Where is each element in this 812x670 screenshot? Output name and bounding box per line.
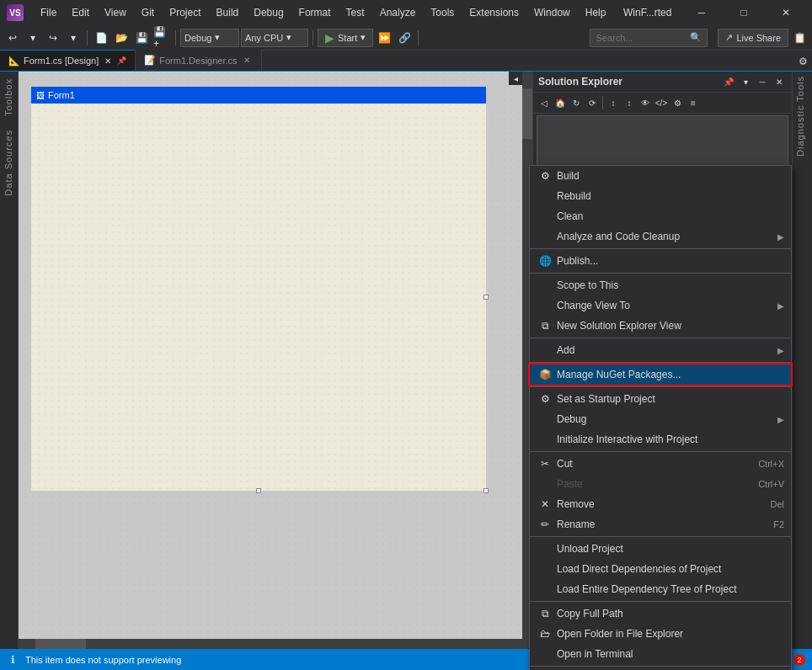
panel-close-button[interactable]: ✕ <box>772 74 787 89</box>
se-filter-button[interactable]: ≡ <box>686 95 701 110</box>
ctx-sep6 <box>530 451 791 452</box>
undo-dropdown[interactable]: ▾ <box>24 29 42 47</box>
toolbox-label[interactable]: Toolbox <box>0 72 18 123</box>
tab-close-designer[interactable]: ✕ <box>241 55 253 66</box>
paste-shortcut: Ctrl+V <box>758 479 784 489</box>
menu-view[interactable]: View <box>98 5 133 20</box>
se-home-button[interactable]: 🏠 <box>553 95 568 110</box>
save-button[interactable]: 💾 <box>132 29 151 47</box>
undo-button[interactable]: ↩ <box>3 29 22 47</box>
ctx-unload[interactable]: Unload Project <box>530 539 791 559</box>
ctx-sep5 <box>530 386 791 387</box>
se-collapse-button[interactable]: ↕ <box>622 95 637 110</box>
se-refresh-button[interactable]: ↻ <box>569 95 584 110</box>
menu-git[interactable]: Git <box>135 5 161 20</box>
redo-dropdown[interactable]: ▾ <box>64 29 83 47</box>
menu-tools[interactable]: Tools <box>424 5 461 20</box>
resize-handle-corner[interactable] <box>483 488 489 493</box>
form-body[interactable] <box>31 104 486 491</box>
panel-dropdown-button[interactable]: ▾ <box>738 74 753 89</box>
ctx-build[interactable]: ⚙ Build <box>530 166 791 186</box>
minimize-button[interactable]: ─ <box>682 0 721 25</box>
resize-handle-bottom[interactable] <box>256 488 261 493</box>
sep2 <box>175 30 176 45</box>
se-view-button[interactable]: 👁 <box>638 95 653 110</box>
resize-handle-right[interactable] <box>483 295 489 300</box>
se-back-button[interactable]: ◁ <box>537 95 552 110</box>
panel-minimize-button[interactable]: ─ <box>755 74 770 89</box>
notification-badge[interactable]: 2 <box>793 654 805 666</box>
ctx-rename[interactable]: ✏ Rename F2 <box>530 514 791 534</box>
h-scrollbar[interactable] <box>19 639 522 649</box>
tab-form1-designer[interactable]: 📝 Form1.Designer.cs ✕ <box>136 50 261 71</box>
search-input[interactable] <box>596 33 690 43</box>
ctx-sep2 <box>530 273 791 274</box>
menu-debug[interactable]: Debug <box>247 5 290 20</box>
ctx-debug[interactable]: Debug ▶ <box>530 409 791 429</box>
debug-mode-combo[interactable]: Debug▾ <box>180 29 239 47</box>
analyze-arrow: ▶ <box>777 232 784 242</box>
ctx-add[interactable]: Add ▶ <box>530 340 791 360</box>
ctx-loadentire[interactable]: Load Entire Dependency Tree of Project <box>530 579 791 599</box>
ctx-newsolution[interactable]: ⧉ New Solution Explorer View <box>530 316 791 336</box>
menu-project[interactable]: Project <box>163 5 207 20</box>
toolbar-sep <box>602 96 603 109</box>
ctx-remove[interactable]: ✕ Remove Del <box>530 494 791 514</box>
ctx-rebuild[interactable]: Rebuild <box>530 186 791 206</box>
tab-form1-design[interactable]: 📐 Form1.cs [Design] ✕ 📌 <box>0 50 136 71</box>
menu-file[interactable]: File <box>34 5 63 20</box>
ctx-changeview[interactable]: Change View To ▶ <box>530 295 791 316</box>
close-button[interactable]: ✕ <box>767 0 805 25</box>
ctx-copyfullpath[interactable]: ⧉ Copy Full Path <box>530 604 791 624</box>
ctx-openterminal-label: Open in Terminal <box>557 648 784 660</box>
ctx-nuget[interactable]: 📦 Manage NuGet Packages... <box>530 364 791 385</box>
se-sync-button[interactable]: ⟳ <box>585 95 600 110</box>
attach-button[interactable]: 🔗 <box>395 29 414 47</box>
diagnostic-label[interactable]: Diagnostic Tools <box>795 72 805 161</box>
menu-edit[interactable]: Edit <box>65 5 96 20</box>
form-window: 🖼 Form1 <box>31 87 486 491</box>
se-expand-button[interactable]: ↕ <box>606 95 621 110</box>
ctx-clean[interactable]: Clean <box>530 206 791 226</box>
new-file-button[interactable]: 📄 <box>92 29 110 47</box>
ctx-scope[interactable]: Scope to This <box>530 275 791 295</box>
ctx-cut[interactable]: ✂ Cut Ctrl+X <box>530 454 791 474</box>
feedback-button[interactable]: 📋 <box>790 29 809 47</box>
menu-analyze[interactable]: Analyze <box>373 5 423 20</box>
tab-close-form1[interactable]: ✕ <box>102 55 114 66</box>
redo-button[interactable]: ↪ <box>44 29 62 47</box>
ctx-publish[interactable]: 🌐 Publish... <box>530 251 791 271</box>
se-code-view[interactable]: </> <box>654 95 669 110</box>
ctx-analyze[interactable]: Analyze and Code Cleanup ▶ <box>530 226 791 247</box>
collapse-button[interactable]: ◂ <box>509 72 522 85</box>
start-dropdown[interactable]: ▾ <box>361 32 366 43</box>
ctx-clean-label: Clean <box>557 210 784 222</box>
form-icon: 🖼 <box>36 91 45 100</box>
cpu-combo[interactable]: Any CPU▾ <box>241 29 308 47</box>
tab-pin[interactable]: 📌 <box>117 56 126 65</box>
ctx-interactive[interactable]: Initialize Interactive with Project <box>530 429 791 449</box>
ctx-startup[interactable]: ⚙ Set as Startup Project <box>530 389 791 409</box>
menu-window[interactable]: Window <box>527 5 577 20</box>
menu-format[interactable]: Format <box>292 5 338 20</box>
se-properties-button[interactable]: ⚙ <box>670 95 685 110</box>
menu-test[interactable]: Test <box>339 5 371 20</box>
menu-build[interactable]: Build <box>210 5 246 20</box>
open-button[interactable]: 📂 <box>112 29 131 47</box>
restore-button[interactable]: □ <box>724 0 763 25</box>
start-button[interactable]: ▶ Start ▾ <box>318 29 373 47</box>
menu-help[interactable]: Help <box>579 5 613 20</box>
data-sources-label[interactable]: Data Sources <box>0 123 18 203</box>
tab-settings-button[interactable]: ⚙ <box>793 52 812 71</box>
search-box[interactable]: 🔍 <box>590 29 708 47</box>
ctx-openterminal[interactable]: Open in Terminal <box>530 644 791 664</box>
diagnostic-sidebar: Diagnostic Tools <box>792 72 807 649</box>
ctx-openfolder[interactable]: 🗁 Open Folder in File Explorer <box>530 624 791 644</box>
save-all-button[interactable]: 💾+ <box>152 29 171 47</box>
ctx-loaddirect[interactable]: Load Direct Dependencies of Project <box>530 559 791 579</box>
live-share-button[interactable]: ↗ Live Share <box>718 29 788 47</box>
menu-extensions[interactable]: Extensions <box>462 5 526 20</box>
ctx-loadentire-label: Load Entire Dependency Tree of Project <box>557 583 784 595</box>
panel-pin-button[interactable]: 📌 <box>721 74 736 89</box>
step-over-button[interactable]: ⏩ <box>375 29 393 47</box>
